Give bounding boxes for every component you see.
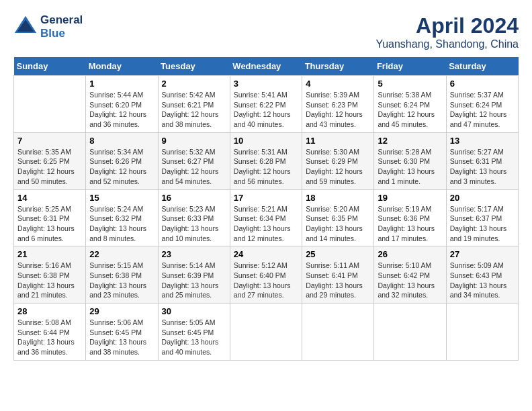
calendar-week-row: 7Sunrise: 5:35 AM Sunset: 6:25 PM Daylig… [14,132,519,189]
calendar-cell: 29Sunrise: 5:06 AM Sunset: 6:45 PM Dayli… [86,304,158,361]
logo-icon [13,15,38,39]
day-info: Sunrise: 5:23 AM Sunset: 6:33 PM Dayligh… [162,204,226,244]
day-header: Saturday [446,57,518,76]
day-info: Sunrise: 5:08 AM Sunset: 6:44 PM Dayligh… [17,318,82,357]
day-number: 5 [378,79,442,89]
day-info: Sunrise: 5:11 AM Sunset: 6:41 PM Dayligh… [306,261,370,300]
day-number: 20 [450,193,515,203]
day-info: Sunrise: 5:32 AM Sunset: 6:27 PM Dayligh… [162,147,226,187]
day-number: 23 [162,249,226,259]
calendar-cell: 19Sunrise: 5:19 AM Sunset: 6:36 PM Dayli… [374,189,446,246]
day-header: Wednesday [230,57,302,76]
main-title: April 2024 [375,13,519,38]
day-info: Sunrise: 5:19 AM Sunset: 6:36 PM Dayligh… [378,204,442,244]
subtitle: Yuanshang, Shandong, China [375,38,519,50]
day-number: 7 [17,136,82,146]
calendar-cell: 2Sunrise: 5:42 AM Sunset: 6:21 PM Daylig… [158,76,230,133]
day-number: 28 [17,306,82,316]
day-info: Sunrise: 5:37 AM Sunset: 6:24 PM Dayligh… [450,90,515,130]
calendar-cell: 24Sunrise: 5:12 AM Sunset: 6:40 PM Dayli… [230,246,302,304]
day-number: 22 [89,249,154,259]
calendar-cell: 1Sunrise: 5:44 AM Sunset: 6:20 PM Daylig… [86,76,158,133]
calendar-cell [230,304,302,361]
day-number: 8 [89,136,154,146]
day-info: Sunrise: 5:38 AM Sunset: 6:24 PM Dayligh… [378,90,442,130]
calendar-cell: 26Sunrise: 5:10 AM Sunset: 6:42 PM Dayli… [374,246,446,304]
day-info: Sunrise: 5:30 AM Sunset: 6:29 PM Dayligh… [306,147,370,187]
calendar-cell: 6Sunrise: 5:37 AM Sunset: 6:24 PM Daylig… [446,76,518,133]
calendar-week-row: 28Sunrise: 5:08 AM Sunset: 6:44 PM Dayli… [14,304,519,361]
day-number: 16 [162,193,226,203]
day-info: Sunrise: 5:34 AM Sunset: 6:26 PM Dayligh… [89,147,154,187]
day-info: Sunrise: 5:14 AM Sunset: 6:39 PM Dayligh… [162,261,226,300]
calendar-cell: 14Sunrise: 5:25 AM Sunset: 6:31 PM Dayli… [14,189,86,246]
calendar-cell [374,304,446,361]
day-number: 18 [306,193,370,203]
day-header: Thursday [302,57,374,76]
day-info: Sunrise: 5:16 AM Sunset: 6:38 PM Dayligh… [17,261,82,300]
page-header: General Blue April 2024 Yuanshang, Shand… [13,13,519,50]
calendar-cell: 16Sunrise: 5:23 AM Sunset: 6:33 PM Dayli… [158,189,230,246]
day-header: Tuesday [158,57,230,76]
day-info: Sunrise: 5:44 AM Sunset: 6:20 PM Dayligh… [89,90,154,130]
day-info: Sunrise: 5:42 AM Sunset: 6:21 PM Dayligh… [162,90,226,130]
day-number: 19 [378,193,442,203]
day-info: Sunrise: 5:25 AM Sunset: 6:31 PM Dayligh… [17,204,82,244]
calendar-cell: 5Sunrise: 5:38 AM Sunset: 6:24 PM Daylig… [374,76,446,133]
day-info: Sunrise: 5:28 AM Sunset: 6:30 PM Dayligh… [378,147,442,187]
calendar-cell: 18Sunrise: 5:20 AM Sunset: 6:35 PM Dayli… [302,189,374,246]
day-header: Monday [86,57,158,76]
day-number: 29 [89,306,154,316]
calendar-cell: 8Sunrise: 5:34 AM Sunset: 6:26 PM Daylig… [86,132,158,189]
day-number: 26 [378,249,442,259]
day-info: Sunrise: 5:27 AM Sunset: 6:31 PM Dayligh… [450,147,515,187]
day-info: Sunrise: 5:10 AM Sunset: 6:42 PM Dayligh… [378,261,442,300]
calendar-cell: 4Sunrise: 5:39 AM Sunset: 6:23 PM Daylig… [302,76,374,133]
logo-text: General Blue [40,13,83,40]
calendar-cell: 7Sunrise: 5:35 AM Sunset: 6:25 PM Daylig… [14,132,86,189]
calendar-week-row: 14Sunrise: 5:25 AM Sunset: 6:31 PM Dayli… [14,189,519,246]
day-number: 15 [89,193,154,203]
day-number: 24 [234,249,298,259]
day-number: 2 [162,79,226,89]
day-number: 27 [450,249,515,259]
day-number: 21 [17,249,82,259]
day-info: Sunrise: 5:06 AM Sunset: 6:45 PM Dayligh… [89,318,154,357]
day-number: 13 [450,136,515,146]
calendar-cell: 20Sunrise: 5:17 AM Sunset: 6:37 PM Dayli… [446,189,518,246]
calendar-cell: 27Sunrise: 5:09 AM Sunset: 6:43 PM Dayli… [446,246,518,304]
day-number: 10 [234,136,298,146]
logo: General Blue [13,13,83,40]
day-info: Sunrise: 5:24 AM Sunset: 6:32 PM Dayligh… [89,204,154,244]
day-info: Sunrise: 5:17 AM Sunset: 6:37 PM Dayligh… [450,204,515,244]
day-info: Sunrise: 5:35 AM Sunset: 6:25 PM Dayligh… [17,147,82,187]
calendar-cell: 28Sunrise: 5:08 AM Sunset: 6:44 PM Dayli… [14,304,86,361]
calendar-cell: 11Sunrise: 5:30 AM Sunset: 6:29 PM Dayli… [302,132,374,189]
calendar-week-row: 21Sunrise: 5:16 AM Sunset: 6:38 PM Dayli… [14,246,519,304]
day-number: 17 [234,193,298,203]
calendar-header-row: SundayMondayTuesdayWednesdayThursdayFrid… [14,57,519,76]
calendar-cell [446,304,518,361]
calendar-cell: 12Sunrise: 5:28 AM Sunset: 6:30 PM Dayli… [374,132,446,189]
day-number: 1 [89,79,154,89]
day-number: 14 [17,193,82,203]
calendar-cell: 15Sunrise: 5:24 AM Sunset: 6:32 PM Dayli… [86,189,158,246]
title-block: April 2024 Yuanshang, Shandong, China [375,13,519,50]
day-info: Sunrise: 5:12 AM Sunset: 6:40 PM Dayligh… [234,261,298,300]
calendar-table: SundayMondayTuesdayWednesdayThursdayFrid… [13,57,519,361]
day-number: 11 [306,136,370,146]
calendar-cell: 3Sunrise: 5:41 AM Sunset: 6:22 PM Daylig… [230,76,302,133]
day-number: 30 [162,306,226,316]
day-number: 25 [306,249,370,259]
day-number: 12 [378,136,442,146]
day-info: Sunrise: 5:09 AM Sunset: 6:43 PM Dayligh… [450,261,515,300]
day-number: 4 [306,79,370,89]
calendar-cell: 13Sunrise: 5:27 AM Sunset: 6:31 PM Dayli… [446,132,518,189]
day-header: Friday [374,57,446,76]
day-info: Sunrise: 5:15 AM Sunset: 6:38 PM Dayligh… [89,261,154,300]
day-number: 9 [162,136,226,146]
day-number: 3 [234,79,298,89]
calendar-cell: 21Sunrise: 5:16 AM Sunset: 6:38 PM Dayli… [14,246,86,304]
calendar-cell: 17Sunrise: 5:21 AM Sunset: 6:34 PM Dayli… [230,189,302,246]
day-info: Sunrise: 5:20 AM Sunset: 6:35 PM Dayligh… [306,204,370,244]
